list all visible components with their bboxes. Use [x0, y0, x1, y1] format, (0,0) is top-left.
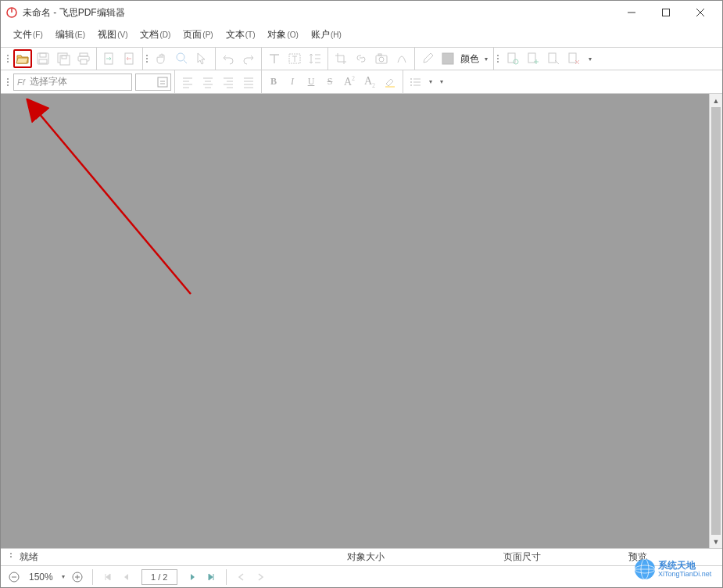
- page-op3-button[interactable]: [544, 49, 563, 68]
- svg-rect-18: [442, 53, 453, 64]
- subscript-button[interactable]: A2: [360, 73, 379, 91]
- annotation-arrow-icon: [23, 99, 202, 302]
- svg-rect-8: [80, 53, 88, 56]
- grip-icon[interactable]: [4, 55, 10, 63]
- toolbar-row-2: Ff 选择字体 B I U S A2 A2 ▾ ▾: [1, 70, 722, 94]
- menu-view[interactable]: 视图(V): [91, 26, 134, 44]
- text-tools-group: [262, 48, 328, 70]
- select-tool-button[interactable]: [193, 49, 212, 68]
- line-spacing-button[interactable]: [306, 49, 324, 68]
- nav-forward-button[interactable]: [252, 568, 269, 586]
- menu-page[interactable]: 页面(P): [177, 26, 219, 44]
- text-style-group: B I U S A2 A2: [262, 70, 403, 93]
- align-left-button[interactable]: [178, 73, 197, 91]
- next-page-button[interactable]: [184, 568, 201, 586]
- menu-edit[interactable]: 编辑(E): [49, 26, 91, 44]
- window-title: 未命名 - 飞思PDF编辑器: [23, 6, 614, 20]
- page-number-input[interactable]: 1 / 2: [141, 569, 177, 585]
- italic-button[interactable]: I: [284, 73, 301, 91]
- page-add-button[interactable]: [524, 49, 542, 68]
- page-op1-button[interactable]: [503, 49, 522, 68]
- svg-point-16: [379, 57, 384, 62]
- align-right-button[interactable]: [219, 73, 238, 91]
- scroll-thumb[interactable]: [711, 107, 721, 535]
- scroll-down-button[interactable]: ▼: [710, 535, 722, 548]
- text-tool-button[interactable]: [265, 49, 284, 68]
- hand-tool-button[interactable]: [152, 49, 171, 68]
- navigation-bar: 150% ▾ 1 / 2: [1, 565, 722, 587]
- font-placeholder: 选择字体: [30, 75, 67, 88]
- menu-account[interactable]: 账户(H): [305, 26, 348, 44]
- minimize-button[interactable]: [614, 1, 649, 24]
- prev-page-button[interactable]: [118, 568, 135, 586]
- color-swatch-button[interactable]: [438, 49, 457, 68]
- toolbar-overflow[interactable]: ▾: [586, 49, 594, 68]
- superscript-button[interactable]: A2: [340, 73, 359, 91]
- menu-document[interactable]: 文档(D): [134, 26, 177, 44]
- zoom-out-button[interactable]: [5, 568, 23, 586]
- redo-button[interactable]: [239, 49, 258, 68]
- text-box-button[interactable]: [285, 49, 304, 68]
- grip-icon[interactable]: [4, 78, 10, 86]
- import-page-button[interactable]: [100, 49, 119, 68]
- font-family-select[interactable]: Ff 选择字体: [13, 74, 132, 91]
- svg-rect-25: [385, 86, 395, 88]
- export-page-button[interactable]: [120, 49, 139, 68]
- grip-icon[interactable]: [7, 553, 13, 562]
- list-button[interactable]: [406, 73, 425, 91]
- align-justify-button[interactable]: [239, 73, 258, 91]
- zoom-in-button[interactable]: [69, 568, 86, 586]
- svg-rect-24: [158, 77, 167, 87]
- titlebar: 未命名 - 飞思PDF编辑器: [1, 1, 722, 24]
- zoom-tool-button[interactable]: [173, 49, 191, 68]
- list-group: ▾: [403, 70, 438, 93]
- highlight-color-button[interactable]: [381, 73, 399, 91]
- nav-back-button[interactable]: [233, 568, 250, 586]
- open-button[interactable]: [13, 49, 32, 68]
- zoom-level: 150%: [24, 572, 58, 583]
- underline-button[interactable]: U: [302, 73, 320, 91]
- shape-button[interactable]: [392, 49, 411, 68]
- svg-point-26: [410, 78, 412, 80]
- crop-button[interactable]: [331, 49, 350, 68]
- menu-text[interactable]: 文本(T): [220, 26, 262, 44]
- history-group: [216, 48, 262, 70]
- status-bar: 就绪 对象大小 页面尺寸 预览: [1, 548, 722, 565]
- svg-rect-19: [508, 53, 515, 63]
- maximize-button[interactable]: [649, 1, 683, 24]
- camera-button[interactable]: [372, 49, 391, 68]
- link-button[interactable]: [352, 49, 370, 68]
- svg-rect-1: [663, 9, 670, 16]
- align-center-button[interactable]: [199, 73, 217, 91]
- undo-button[interactable]: [219, 49, 238, 68]
- save-button[interactable]: [34, 49, 52, 68]
- font-size-select[interactable]: [135, 74, 171, 91]
- svg-rect-21: [528, 53, 535, 63]
- page-delete-button[interactable]: [564, 49, 583, 68]
- insert-group: [328, 48, 415, 70]
- align-group: [175, 70, 262, 93]
- list-dropdown[interactable]: ▾: [427, 73, 435, 91]
- scroll-up-button[interactable]: ▲: [710, 94, 722, 107]
- print-button[interactable]: [74, 49, 93, 68]
- save-as-button[interactable]: [54, 49, 73, 68]
- menu-object[interactable]: 对象(O): [261, 26, 304, 44]
- strikethrough-button[interactable]: S: [321, 73, 338, 91]
- toolbar-row-1: 颜色 ▾ ▾: [1, 47, 722, 70]
- status-ready: 就绪: [13, 550, 138, 564]
- svg-rect-4: [39, 59, 47, 63]
- document-canvas[interactable]: ▲ ▼: [1, 94, 722, 548]
- menu-file[interactable]: 文件(F): [7, 26, 49, 44]
- grip-icon[interactable]: [494, 55, 500, 63]
- grip-icon[interactable]: [143, 55, 149, 63]
- app-icon: [5, 6, 18, 19]
- last-page-button[interactable]: [202, 568, 220, 586]
- first-page-button[interactable]: [99, 568, 116, 586]
- vertical-scrollbar[interactable]: ▲ ▼: [709, 94, 722, 548]
- eyedropper-button[interactable]: [418, 49, 437, 68]
- toolbar2-overflow[interactable]: ▾: [438, 73, 446, 91]
- close-button[interactable]: [683, 1, 718, 24]
- zoom-dropdown[interactable]: ▾: [59, 568, 67, 586]
- color-dropdown[interactable]: ▾: [482, 49, 490, 68]
- bold-button[interactable]: B: [265, 73, 282, 91]
